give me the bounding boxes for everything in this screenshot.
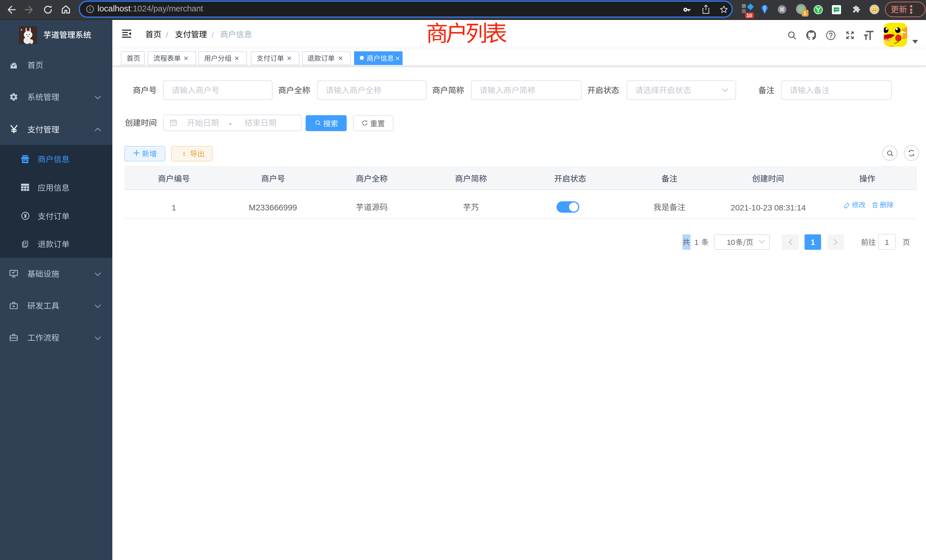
svg-text:⌘: ⌘ xyxy=(779,6,785,12)
